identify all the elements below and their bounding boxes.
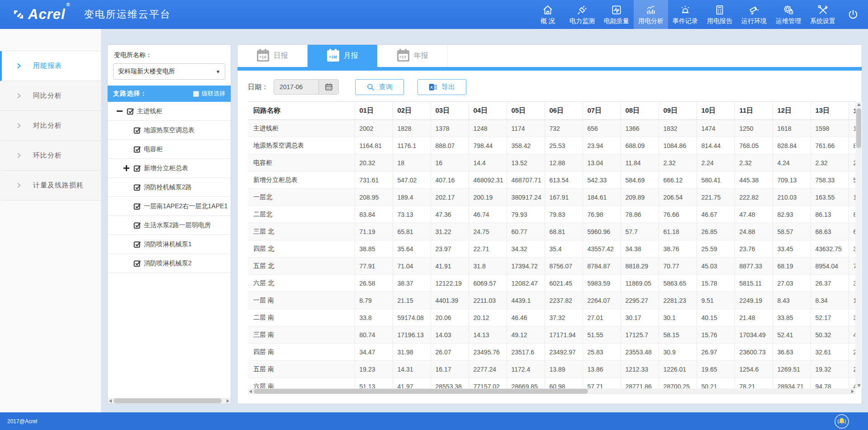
value-cell: 24.88 xyxy=(735,223,773,240)
cascade-select[interactable]: 级联选择 xyxy=(193,90,225,98)
value-cell: 6021.45 xyxy=(545,275,583,292)
value-cell: 35.4 xyxy=(545,240,583,258)
circuit-name-cell: 电容柜 xyxy=(248,154,355,172)
report-tabs: +1d 日报 +1M 月报 +1Y 年报 xyxy=(237,45,862,67)
scroll-right-arrow-icon[interactable] xyxy=(225,398,231,404)
nav-item-alarm[interactable]: 事件记录 xyxy=(668,0,702,29)
value-cell-clipped: 2 xyxy=(849,344,855,361)
checkbox-checked-icon xyxy=(133,145,141,153)
value-cell: 33.85 xyxy=(773,309,811,326)
sidebar-item[interactable]: 对比分析 xyxy=(0,111,101,141)
value-cell: 61.18 xyxy=(659,223,697,240)
scrollbar-thumb[interactable] xyxy=(114,398,222,403)
sidebar-item-label: 同比分析 xyxy=(33,91,62,100)
value-cell: 184.61 xyxy=(583,189,621,206)
value-cell: 768.05 xyxy=(735,137,773,154)
value-cell: 17034.49 xyxy=(735,326,773,344)
circuit-name-cell: 主进线柜 xyxy=(248,120,355,137)
nav-item-report[interactable]: 用电报告 xyxy=(702,0,737,29)
circuit-name-cell: 六层 北 xyxy=(248,275,355,292)
search-button[interactable]: 查询 xyxy=(355,79,404,95)
nav-item-camera[interactable]: 运行环境 xyxy=(737,0,771,29)
scroll-left-arrow-icon[interactable] xyxy=(248,388,253,394)
checkbox-checked-icon xyxy=(127,107,134,115)
tree-node[interactable]: 一层南1APE2右一层北1APE1 xyxy=(108,197,231,216)
checkbox-checked-icon xyxy=(133,183,141,191)
tree-horizontal-scrollbar[interactable] xyxy=(108,398,231,404)
tree-node-label: 一层南1APE2右一层北1APE1 xyxy=(144,202,228,210)
expand-icon[interactable] xyxy=(123,165,129,171)
nav-item-plug[interactable]: 电力监测 xyxy=(565,0,599,29)
column-header-day: 10日 xyxy=(697,102,735,120)
value-cell: 1250 xyxy=(735,120,773,137)
scroll-right-arrow-icon[interactable] xyxy=(850,388,855,394)
scroll-left-arrow-icon[interactable] xyxy=(108,398,113,404)
sidebar-item[interactable]: 用能报表 xyxy=(0,51,101,81)
value-cell: 78.86 xyxy=(621,206,659,223)
scrollbar-thumb[interactable] xyxy=(856,108,861,148)
value-cell: 31.22 xyxy=(431,223,469,240)
date-input[interactable] xyxy=(274,80,318,94)
export-button[interactable]: X 导出 xyxy=(417,79,466,95)
value-cell: 34.47 xyxy=(355,344,393,361)
value-cell-clipped: 8 xyxy=(849,206,855,223)
value-cell: 32.61 xyxy=(811,344,849,361)
value-cell: 31.98 xyxy=(393,344,431,361)
tab-yearly-report[interactable]: +1Y 年报 xyxy=(378,45,448,67)
tab-daily-report[interactable]: +1d 日报 xyxy=(237,45,308,67)
cascade-checkbox-icon[interactable] xyxy=(193,91,199,97)
nav-item-home[interactable]: 概 况 xyxy=(531,0,565,29)
value-cell: 1828 xyxy=(393,120,431,137)
circuit-name-cell: 四层 北 xyxy=(248,240,355,258)
table-horizontal-scrollbar[interactable] xyxy=(248,388,855,394)
value-cell: 34.38 xyxy=(621,240,659,258)
tree-node[interactable]: 消防喷淋机械泵1 xyxy=(108,235,231,254)
table-vertical-scrollbar[interactable] xyxy=(855,101,862,388)
tree-node[interactable]: 新增分立柜总表 xyxy=(108,159,231,178)
tree-node[interactable]: 地源热泵空调总表 xyxy=(108,121,231,140)
sidebar-item[interactable]: 计量及线路损耗 xyxy=(0,171,101,201)
value-cell: 9.51 xyxy=(697,292,735,309)
value-cell: 26.07 xyxy=(431,344,469,361)
nav-item-label: 事件记录 xyxy=(673,17,698,25)
value-cell: 30.1 xyxy=(659,309,697,326)
value-cell: 656 xyxy=(583,120,621,137)
circuit-name-cell: 三层 南 xyxy=(248,326,355,344)
value-cell: 26.85 xyxy=(697,223,735,240)
nav-item-label: 系统设置 xyxy=(810,17,835,25)
tree-node[interactable]: 电容柜 xyxy=(108,140,231,159)
table-row: 主进线柜200218281378124811747326561366183214… xyxy=(248,120,855,137)
nav-item-label: 概 况 xyxy=(541,17,555,25)
value-cell: 86.13 xyxy=(811,206,849,223)
value-cell: 43632.75 xyxy=(811,240,849,258)
tab-monthly-report[interactable]: +1M 月报 xyxy=(308,45,378,67)
tree-node[interactable]: 生活水泵2路一层弱电房 xyxy=(108,216,231,235)
tree-node[interactable]: 消防喷淋机械泵2 xyxy=(108,254,231,273)
value-cell: 82.93 xyxy=(773,206,811,223)
nav-item-bar-chart[interactable]: 用电分析 xyxy=(634,0,668,29)
nav-item-pulse[interactable]: 电能质量 xyxy=(599,0,634,29)
value-cell: 38.76 xyxy=(659,240,697,258)
calendar-button[interactable] xyxy=(318,80,338,94)
scroll-down-arrow-icon[interactable] xyxy=(855,382,862,388)
tree-node[interactable]: 消防栓机械泵2路 xyxy=(108,178,231,197)
scroll-up-arrow-icon[interactable] xyxy=(855,101,862,107)
nav-item-tools[interactable]: 系统设置 xyxy=(806,0,840,29)
nav-item-gear[interactable]: 运维管理 xyxy=(771,0,806,29)
collapse-icon[interactable] xyxy=(117,108,123,114)
table-row: 二层北83.8473.1347.3646.7479.9379.8376.9878… xyxy=(248,206,855,223)
station-select[interactable]: 安科瑞新大楼变电所 ▼ xyxy=(113,63,225,80)
power-button[interactable] xyxy=(843,0,863,29)
excel-icon: X xyxy=(429,83,437,91)
value-cell: 2264.07 xyxy=(583,292,621,309)
scrollbar-thumb[interactable] xyxy=(254,389,588,394)
value-cell: 37.32 xyxy=(545,309,583,326)
value-cell: 68.19 xyxy=(773,258,811,275)
sidebar-item[interactable]: 同比分析 xyxy=(0,81,101,111)
tree-node[interactable]: 主进线柜 xyxy=(108,102,231,121)
notification-bell-icon[interactable] xyxy=(835,414,849,429)
sidebar-item[interactable]: 环比分析 xyxy=(0,141,101,171)
value-cell: 57.7 xyxy=(621,223,659,240)
value-cell: 1174 xyxy=(507,120,545,137)
value-cell-clipped: 4 xyxy=(849,326,855,344)
